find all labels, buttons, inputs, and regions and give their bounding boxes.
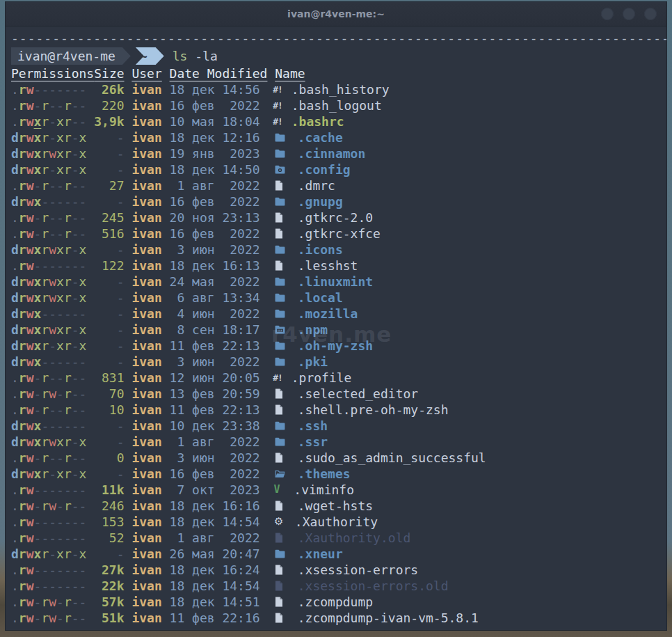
- user-cell: ivan: [131, 466, 161, 482]
- date-modified-cell: 26 мая 20:47: [170, 546, 268, 562]
- size-cell: 26k: [94, 81, 124, 97]
- table-row: .rw-------26kivan18 дек 14:56#!.bash_his…: [11, 81, 666, 97]
- table-row: drwx-------ivan16 фев 2022.gnupg: [11, 194, 666, 210]
- permissions-cell: .rw-rw-r--: [11, 498, 94, 514]
- table-row: .rw-rw-r--246ivan18 дек 16:16.wget-hsts: [11, 498, 666, 514]
- table-row: .rw-------27kivan18 дек 16:24.xsession-e…: [11, 562, 666, 578]
- user-cell: ivan: [131, 386, 161, 402]
- table-row: .rw-------11kivan 7 окт 2023V.viminfo: [11, 482, 666, 498]
- permissions-cell: drwxr-xr-x: [11, 466, 94, 482]
- user-cell: ivan: [131, 210, 161, 226]
- table-row: .rw-r--r--516ivan16 фев 2022.gtkrc-xfce: [11, 226, 666, 242]
- folder-icon: [275, 418, 290, 434]
- table-row: drwxrwxr-x-ivan 8 сен 18:17.npm: [11, 322, 666, 338]
- table-row: drwxrwxr-x-ivan24 мая 2022.linuxmint: [11, 274, 666, 290]
- file-name: .lesshst: [298, 258, 358, 274]
- user-cell: ivan: [131, 578, 161, 594]
- header-size: Size: [94, 65, 124, 81]
- folder-icon: [275, 194, 290, 210]
- user-cell: ivan: [131, 113, 161, 129]
- prompt-user-host: ivan@r4ven-me: [11, 47, 131, 65]
- file-name: .sudo_as_admin_successful: [298, 450, 486, 466]
- window-close-button[interactable]: [644, 8, 657, 20]
- date-modified-cell: 18 дек 16:24: [170, 562, 268, 578]
- folder-icon: [275, 146, 290, 162]
- date-modified-cell: 7 окт 2023: [170, 482, 268, 498]
- window-maximize-button[interactable]: [623, 8, 635, 20]
- folder-icon: [275, 274, 290, 290]
- permissions-cell: .rw-------: [11, 530, 94, 546]
- column-headers: Permissions Size User Date Modified Name: [11, 65, 666, 81]
- user-cell: ivan: [131, 338, 161, 354]
- date-modified-cell: 10 мая 18:04: [170, 113, 268, 129]
- permissions-cell: drwxrwxr-x: [11, 322, 94, 338]
- permissions-cell: drwxrwxr-x: [11, 146, 94, 162]
- table-row: drwxrwxr-x-ivan 6 авг 13:34.local: [11, 290, 666, 306]
- folder-icon: [275, 129, 290, 146]
- permissions-cell: drwxrwxr-x: [11, 434, 94, 450]
- table-row: .rw-rw-r--51kivan11 фев 22:16.zcompdump-…: [11, 610, 666, 626]
- document-icon: [275, 594, 290, 610]
- date-modified-cell: 16 фев 2022: [170, 466, 268, 482]
- date-modified-cell: 18 дек 14:50: [170, 162, 268, 178]
- file-name: .xsession-errors: [298, 562, 418, 578]
- document-icon: [275, 450, 290, 466]
- size-cell: 27: [94, 178, 124, 194]
- file-name: .gtkrc-2.0: [298, 210, 373, 226]
- permissions-cell: drwxrwxr-x: [11, 290, 94, 306]
- document-icon: [275, 258, 290, 274]
- file-name: .xneur: [298, 546, 343, 562]
- user-cell: ivan: [131, 81, 161, 97]
- user-cell: ivan: [131, 242, 161, 258]
- table-row: .rw-r--r--245ivan20 ноя 23:13.gtkrc-2.0: [11, 210, 666, 226]
- user-cell: ivan: [131, 322, 161, 338]
- size-cell: 3,9k: [94, 113, 124, 129]
- size-cell: -: [94, 466, 124, 482]
- file-name: .config: [298, 162, 351, 178]
- file-name: .bash_logout: [291, 97, 382, 113]
- user-cell: ivan: [131, 129, 161, 146]
- file-name: .bashrc: [291, 113, 344, 129]
- file-name: .linuxmint: [298, 274, 373, 290]
- size-cell: 0: [94, 450, 124, 466]
- size-cell: -: [94, 129, 124, 146]
- size-cell: 11k: [94, 482, 124, 498]
- date-modified-cell: 18 дек 14:56: [170, 81, 268, 97]
- window-controls: [601, 2, 657, 26]
- table-row: .rw-r--r--831ivan12 июн 20:05#!.profile: [11, 370, 666, 386]
- table-row: .rw-------153ivan18 дек 14:54⚙.Xauthorit…: [11, 514, 666, 530]
- table-row: .rwxr-xr--3,9kivan10 мая 18:04#!.bashrc: [11, 113, 666, 129]
- user-cell: ivan: [131, 546, 161, 562]
- date-modified-cell: 16 фев 2022: [170, 226, 268, 242]
- titlebar[interactable]: ivan@r4ven-me:~: [6, 2, 666, 26]
- folder-open-icon: [275, 466, 290, 482]
- file-name: .mozilla: [298, 306, 358, 322]
- header-permissions: Permissions: [11, 65, 94, 81]
- date-modified-cell: 3 июн 2022: [170, 354, 268, 370]
- date-modified-cell: 18 дек 14:51: [170, 594, 268, 610]
- file-name: .icons: [298, 242, 343, 258]
- file-name: .pki: [298, 354, 328, 370]
- file-name: .cache: [298, 129, 343, 146]
- table-row: drwxr-xr-x-ivan18 дек 14:50.config: [11, 162, 666, 178]
- user-cell: ivan: [131, 97, 161, 113]
- table-row: .rw-------52ivan 1 авг 2022.Xauthority.o…: [11, 530, 666, 546]
- size-cell: 52: [94, 530, 124, 546]
- date-modified-cell: 18 дек 14:54: [170, 514, 268, 530]
- size-cell: -: [94, 194, 124, 210]
- size-cell: 57k: [94, 594, 124, 610]
- document-icon: [275, 498, 290, 514]
- date-modified-cell: 11 фев 22:16: [170, 610, 268, 626]
- date-modified-cell: 10 дек 23:38: [170, 418, 268, 434]
- terminal-content[interactable]: ----------------------------------------…: [6, 26, 666, 626]
- permissions-cell: drwx------: [11, 354, 94, 370]
- file-name: .selected_editor: [298, 386, 418, 402]
- window-minimize-button[interactable]: [601, 8, 614, 20]
- date-modified-cell: 1 авг 2022: [170, 434, 268, 450]
- user-cell: ivan: [131, 402, 161, 418]
- permissions-cell: .rw-------: [11, 562, 94, 578]
- size-cell: 153: [94, 514, 124, 530]
- permissions-cell: .rw-------: [11, 578, 94, 594]
- table-row: drwx-------ivan 4 июн 2022.mozilla: [11, 306, 666, 322]
- prompt-line: ivan@r4ven-me ~ ls -la: [11, 47, 666, 65]
